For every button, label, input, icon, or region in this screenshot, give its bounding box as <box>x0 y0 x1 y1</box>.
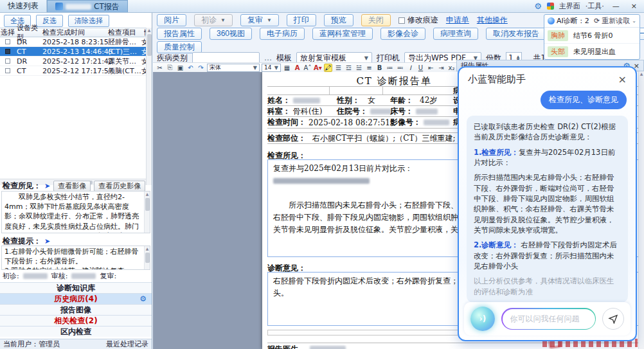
undo-icon[interactable]: ↶ <box>186 64 195 72</box>
findings-textbox[interactable]: 双肺见多枚实性小结节，直径约2-4mm；双肺下叶后基底段见条状高密度影；余双肺纹… <box>1 191 150 233</box>
question-input[interactable] <box>503 309 595 329</box>
align-right-icon[interactable]: ☱ <box>355 64 363 72</box>
report-properties-button[interactable]: 报告属性 <box>157 28 202 40</box>
send-button[interactable] <box>602 308 624 330</box>
right-scrollbar[interactable]: ▲ <box>638 71 644 349</box>
chest-badge: 胸肺 <box>548 30 568 41</box>
row-checkbox[interactable] <box>5 68 10 73</box>
col-item[interactable]: 检查项目 <box>108 28 144 37</box>
user-query-pill[interactable]: 检查所见、诊断意见 <box>541 91 627 109</box>
tab-quick-list[interactable]: 快速列表 <box>0 0 47 12</box>
tab-ct-report[interactable]: CT报告 <box>47 0 128 12</box>
modification-trace-checkbox[interactable] <box>398 17 405 24</box>
table-row[interactable]: CT 2025-2-12 17:17:57 颅脑(CT)平扫: 女 <box>0 66 152 76</box>
image-consult-button[interactable]: 影像会诊 <box>380 28 425 40</box>
highlight-icon[interactable]: 🖍 <box>324 64 332 72</box>
cut-icon[interactable]: ✂ <box>156 64 164 72</box>
tools-menu[interactable]: ·工具· <box>586 1 604 11</box>
font-size-select[interactable]: 14▼ <box>262 64 281 72</box>
read-film-button[interactable]: 阅片 <box>157 14 186 26</box>
assistant-intro: 已读取到该患者历史检查 DR(2) CT(2)根据当前及历史影像结合历史诊断意见… <box>474 121 621 143</box>
titlebar: 快速列表 CT报告 ⚙ 主界面 ·工具· — × <box>0 0 644 13</box>
clear-selection-button[interactable]: 清除选择 <box>68 15 109 27</box>
other-operations-link[interactable]: 其他操作 <box>477 15 508 26</box>
numbered-list-icon[interactable]: ≔ <box>386 64 394 72</box>
main-screen-button[interactable]: 主界面 <box>559 1 580 11</box>
table-row[interactable]: DR 2025-2-12 17:21:42 踝关节正侧位: 女 <box>0 57 152 66</box>
text-color-icon[interactable]: A▾ <box>314 64 322 72</box>
assistant-title: 小蓝智能助手 <box>468 73 526 85</box>
dept-manage-button[interactable]: 蓝网科室管理 <box>312 28 373 40</box>
copy-icon[interactable]: ⎘ <box>166 64 174 72</box>
view-360-button[interactable]: 360视图 <box>210 28 252 40</box>
paste-icon[interactable]: ▣ <box>176 64 184 72</box>
grow-font-icon[interactable]: A˄ <box>303 64 312 72</box>
assistant-disclaimer: 以上分析仅供参考，具体情况请以临床医生的评估和诊断为准 <box>474 276 621 297</box>
menu-report-images[interactable]: 报告图像 <box>0 304 152 315</box>
redo-icon[interactable]: ↷ <box>197 64 205 72</box>
hints-scrollbar[interactable]: ▲ <box>144 246 150 269</box>
view-history-images-button[interactable]: 查看历史影像 <box>94 181 145 192</box>
preview-button[interactable]: 预览 <box>324 14 353 26</box>
underline-icon[interactable]: U <box>416 64 425 72</box>
view-images-button[interactable]: 查看影像 <box>53 181 91 192</box>
font-color-icon[interactable]: A <box>293 64 301 72</box>
home-icon <box>547 3 554 10</box>
col-time[interactable]: 检查完成时间 <box>42 28 108 37</box>
audit-label: 审核: <box>51 271 68 281</box>
ai-diag-row-head[interactable]: 头部 未见明显出血 <box>544 44 640 60</box>
question-input-wrap <box>501 308 596 330</box>
ai-diag-row-chest[interactable]: 胸肺 结节6 骨折0 <box>544 28 640 44</box>
menu-region-exams[interactable]: 区内检查 <box>0 326 152 337</box>
study-table-header: 选择 设备类型 检查完成时间 检查项目 性 <box>0 28 152 37</box>
pathology-query-button[interactable]: 病理查询 <box>433 28 478 40</box>
audit-blur <box>71 273 96 279</box>
first-diagnosis-button[interactable]: 初诊▼ <box>194 14 233 26</box>
review-button[interactable]: 复审▼ <box>240 14 279 26</box>
menu-knowledge-base[interactable]: 诊断知识库 <box>0 282 152 293</box>
settings-gear-icon[interactable]: ⚙ <box>534 1 542 11</box>
row-checkbox[interactable] <box>5 39 10 44</box>
print-button[interactable]: 打印 <box>287 14 316 26</box>
row-checkbox-checked[interactable] <box>5 49 10 54</box>
table-row[interactable]: DR 2025-2-18 8:23:15 胫腓骨正侧位: 女 <box>0 37 152 47</box>
italic-icon[interactable]: I <box>406 64 415 72</box>
menu-related-exams[interactable]: 相关检查(2) <box>0 315 152 326</box>
hints-textbox[interactable]: 1.右腓骨小头骨折细微骨折可能；右胫腓骨下段骨折；右外踝骨折。 2.双肺多枚实性… <box>1 246 150 270</box>
col-select[interactable]: 选择 <box>0 28 15 37</box>
emr-button[interactable]: 电子病历 <box>260 28 305 40</box>
assistant-close-icon[interactable]: × <box>618 73 627 85</box>
align-left-icon[interactable]: ☰ <box>334 64 343 72</box>
outdent-icon[interactable]: ⇥ <box>437 64 445 72</box>
recent-records-link[interactable]: 最近处理记录 <box>106 339 148 349</box>
bullet-list-icon[interactable]: ≕ <box>396 64 404 72</box>
table-vertical-scrollbar[interactable]: ▲ <box>146 28 152 185</box>
insert-table-icon[interactable]: ▦ <box>283 64 291 72</box>
ai-diagnosis-title: AI诊断：2 <box>557 16 589 26</box>
arrow-icon: ➤ <box>44 237 50 246</box>
recheck-label: 复审: <box>100 271 116 281</box>
bold-icon[interactable]: B <box>375 64 384 72</box>
align-center-icon[interactable]: ☲ <box>344 64 353 72</box>
gear-icon[interactable]: ⚙ <box>139 294 147 303</box>
ellipsis-button[interactable]: … <box>264 53 272 62</box>
row-checkbox[interactable] <box>5 58 10 64</box>
subscript-icon[interactable]: x₂ <box>447 64 456 72</box>
close-window-button[interactable]: × <box>628 2 640 10</box>
line-spacing-icon[interactable]: ≡ <box>365 64 373 72</box>
font-family-select[interactable]: 宋体▼ <box>207 64 260 72</box>
refresh-button[interactable]: ⟳重新读取 <box>594 16 630 26</box>
trace-label: 修改痕迹 <box>407 15 438 26</box>
menu-history-records[interactable]: 历史病历(4) ⚙ <box>0 293 152 304</box>
indent-icon[interactable]: ⇤ <box>427 64 435 72</box>
application-form-link[interactable]: 申请单 <box>446 15 469 26</box>
table-row-selected[interactable]: CT 2025-2-13 14:46:45 (CT)三维重建;CT加收(螺旋);… <box>0 47 152 57</box>
minimize-button[interactable]: — <box>609 2 623 10</box>
left-menu: 诊断知识库 历史病历(4) ⚙ 报告图像 相关检查(2) 区内检查 <box>0 282 152 337</box>
close-report-button[interactable]: 关闭 <box>361 14 391 26</box>
toolbar-row1: 阅片 初诊▼ 复审▼ 打印 预览 关闭 修改痕迹 申请单 其他操作 <box>157 14 508 26</box>
cancel-publish-button[interactable]: 取消发布报告 <box>486 28 546 40</box>
chevron-down-icon[interactable]: ⌄ <box>632 18 636 24</box>
findings-scrollbar[interactable]: ▲ <box>144 192 150 233</box>
report-tab-icon <box>55 3 63 10</box>
